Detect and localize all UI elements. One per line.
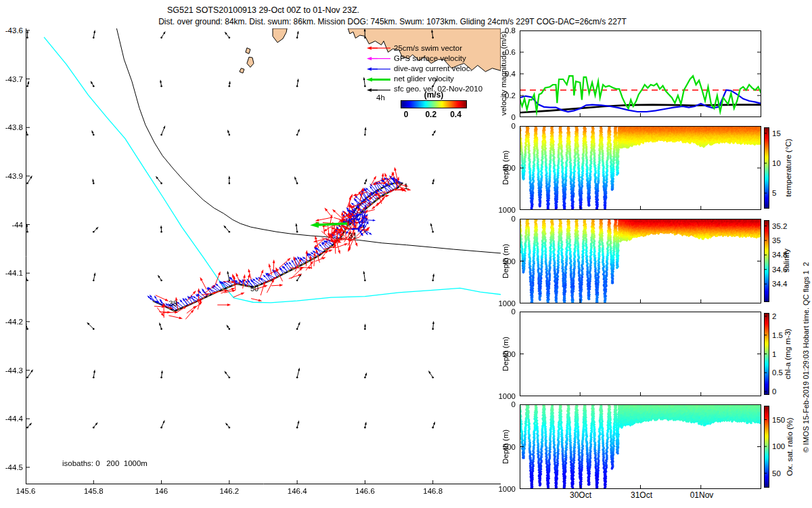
- chla-colorbar-tick: 2: [772, 312, 776, 321]
- salinity-colorbar: [764, 220, 769, 302]
- temperature-colorbar-tick: 10: [772, 159, 781, 168]
- velocity-panel: [520, 30, 761, 117]
- legend-colorbar-tick: 0.2: [418, 110, 445, 119]
- velocity-y-tick: 0.4: [482, 70, 516, 79]
- temperature-colorbar-tick: 15: [772, 129, 781, 138]
- velocity-y-tick: 0.6: [482, 48, 516, 57]
- map-y-tick: -43.8: [0, 123, 23, 132]
- chla-colorbar: [764, 313, 769, 395]
- map-y-tick: -44.3: [0, 366, 23, 375]
- depth-y-tick: 1000: [482, 206, 516, 215]
- map-x-tick: 146.8: [416, 487, 450, 496]
- depth-y-tick: 500: [482, 164, 516, 173]
- map-y-tick: -44.2: [0, 318, 23, 326]
- temperature-colorbar-tick: 5: [772, 189, 776, 198]
- legend-colorbar: [401, 100, 467, 108]
- temperature-colorbar-label: temperature (°C): [784, 128, 793, 208]
- isobaths-note: isobaths: 0 200 1000m: [62, 459, 148, 468]
- map-x-tick: 146.6: [348, 487, 382, 496]
- salinity-colorbar-tick: 35.2: [772, 222, 787, 231]
- legend-label-net-glider-velocity: net glider velocity: [394, 75, 454, 83]
- page-title: SG521 SOTS20100913 29-Oct 00Z to 01-Nov …: [26, 6, 501, 15]
- depth-y-tick: 0: [482, 122, 516, 131]
- oxygen-colorbar-tick: 50: [772, 469, 781, 478]
- salinity-panel: [520, 219, 761, 303]
- legend-label-swim-vector: 25cm/s swim vector: [394, 44, 462, 53]
- chla-colorbar-tick: 0.5: [772, 368, 783, 377]
- map-y-tick: -44: [0, 221, 23, 230]
- salinity-colorbar-tick: 34.8: [772, 251, 787, 259]
- velocity-y-tick: 0: [482, 113, 516, 122]
- legend-colorbar-tick: 0: [392, 110, 420, 119]
- map-x-tick: 145.8: [76, 487, 110, 496]
- velocity-y-tick: 0.2: [482, 91, 516, 100]
- map-y-tick: -43.9: [0, 172, 23, 181]
- map-x-tick: 146: [145, 487, 179, 496]
- oxygen-colorbar: [764, 406, 769, 488]
- map-y-tick: -44.4: [0, 415, 23, 423]
- legend-label-gps-velocity: GPS surface velocity: [394, 54, 466, 63]
- chla-colorbar-label: chl-a (mg m-3): [784, 318, 792, 389]
- chla-colorbar-tick: 1: [772, 350, 776, 359]
- oxygen-panel: [520, 404, 761, 489]
- depth-y-tick: 0: [482, 400, 516, 409]
- chla-panel: [520, 312, 761, 396]
- page-subtitle: Dist. over ground: 84km. Dist. swum: 86k…: [0, 18, 785, 26]
- depth-y-tick: 0: [482, 308, 516, 316]
- map-x-tick: 146.4: [280, 487, 314, 496]
- map-y-tick: -44.1: [0, 269, 23, 278]
- map-x-tick: 145.6: [9, 487, 43, 496]
- salinity-colorbar-tick: 34.4: [772, 280, 787, 289]
- legend-colorbar-title: (m/s): [401, 91, 467, 100]
- depth-y-tick: 0: [482, 215, 516, 224]
- salinity-colorbar-tick: 35: [772, 236, 781, 245]
- map-y-tick: -43.6: [0, 26, 23, 35]
- depth-y-tick: 1000: [482, 485, 516, 494]
- salinity-colorbar-tick: 34.6: [772, 266, 787, 274]
- xtick-30oct: 30Oct: [560, 491, 601, 500]
- legend-colorbar-tick: 0.4: [442, 110, 469, 119]
- oxygen-colorbar-tick: 100: [772, 442, 785, 451]
- map-y-tick: -43.7: [0, 75, 23, 84]
- oxygen-colorbar-label: Ox. sat. ratio (%): [786, 407, 794, 487]
- xtick-01nov: 01Nov: [681, 491, 722, 500]
- temperature-panel: [520, 126, 761, 210]
- figure-root: SG521 SOTS20100913 29-Oct 00Z to 01-Nov …: [0, 0, 812, 508]
- depth-y-tick: 500: [482, 257, 516, 266]
- depth-y-tick: 500: [482, 350, 516, 359]
- temperature-colorbar: [764, 127, 769, 209]
- chla-colorbar-tick: 1.5: [772, 331, 783, 340]
- velocity-y-tick: 0.8: [482, 26, 516, 35]
- map-x-tick: 146.2: [212, 487, 246, 496]
- legend-scale-4h: 4h: [376, 93, 385, 102]
- xtick-31oct: 31Oct: [621, 491, 662, 500]
- map-y-tick: -44.5: [0, 463, 23, 472]
- oxygen-colorbar-tick: 150: [772, 416, 785, 425]
- legend-label-dive-avg-current: dive-avg current veloc.: [394, 64, 472, 73]
- imos-credit: © IMOS 15-Feb-2019 01:29:03 Hobart time.…: [802, 209, 811, 507]
- depth-y-tick: 500: [482, 443, 516, 452]
- salinity-colorbar-label: salinity: [782, 240, 791, 281]
- chla-colorbar-tick: 0: [772, 387, 776, 396]
